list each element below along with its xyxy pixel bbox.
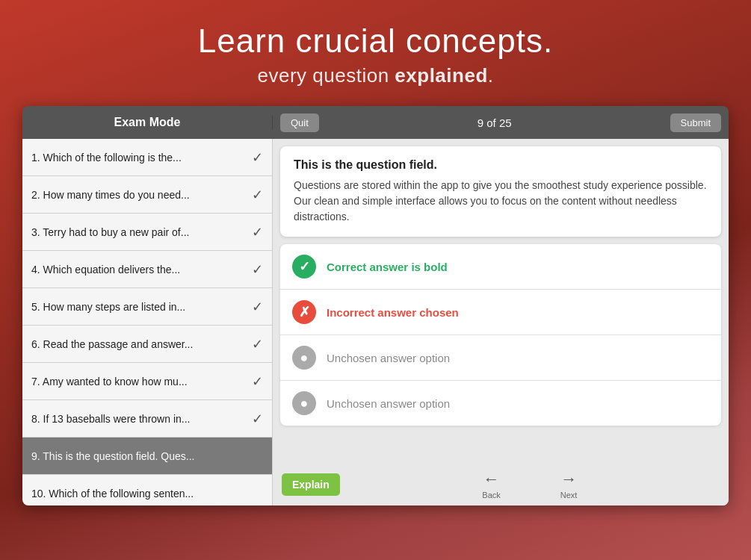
unchosen-answer-text-3: Unchosen answer option bbox=[327, 397, 450, 410]
quit-button[interactable]: Quit bbox=[280, 113, 319, 132]
sidebar-item-2[interactable]: 2. How many times do you need...✓ bbox=[22, 176, 272, 214]
answer-option-0[interactable]: ✓Correct answer is bold bbox=[280, 244, 721, 290]
sidebar-item-6[interactable]: 6. Read the passage and answer...✓ bbox=[22, 326, 272, 363]
answer-option-2[interactable]: ●Unchosen answer option bbox=[280, 335, 721, 381]
header-subtitle-suffix: . bbox=[488, 64, 494, 87]
question-body: Questions are stored within the app to g… bbox=[294, 178, 708, 225]
header-title: Learn crucial concepts. bbox=[15, 22, 736, 60]
sidebar: 1. Which of the following is the...✓2. H… bbox=[22, 139, 273, 505]
sidebar-item-7[interactable]: 7. Amy wanted to know how mu...✓ bbox=[22, 363, 272, 400]
question-card: This is the question field. Questions ar… bbox=[280, 146, 721, 237]
check-icon-2: ✓ bbox=[252, 187, 263, 203]
check-icon-1: ✓ bbox=[252, 149, 263, 166]
answer-option-3[interactable]: ●Unchosen answer option bbox=[280, 381, 721, 426]
back-arrow-icon: ← bbox=[483, 470, 500, 489]
main-content: 1. Which of the following is the...✓2. H… bbox=[22, 139, 729, 505]
unchosen-icon-3: ● bbox=[292, 391, 316, 415]
top-bar-right: Quit 9 of 25 Submit bbox=[273, 113, 729, 132]
next-button[interactable]: → Next bbox=[560, 470, 578, 500]
sidebar-item-8[interactable]: 8. If 13 baseballs were thrown in...✓ bbox=[22, 400, 272, 438]
sidebar-item-text-8: 8. If 13 baseballs were thrown in... bbox=[31, 413, 247, 425]
answers-area: ✓Correct answer is bold✗Incorrect answer… bbox=[280, 244, 721, 426]
app-container: Exam Mode Quit 9 of 25 Submit 1. Which o… bbox=[22, 106, 729, 505]
bottom-bar: Explain ← Back → Next bbox=[273, 464, 729, 505]
answer-option-1[interactable]: ✗Incorrect answer chosen bbox=[280, 290, 721, 335]
unchosen-answer-text-2: Unchosen answer option bbox=[327, 352, 450, 364]
sidebar-item-text-6: 6. Read the passage and answer... bbox=[31, 338, 247, 350]
progress-text: 9 of 25 bbox=[319, 116, 670, 129]
next-label: Next bbox=[560, 491, 578, 500]
check-icon-6: ✓ bbox=[252, 336, 263, 352]
check-icon-4: ✓ bbox=[252, 261, 263, 278]
unchosen-icon-2: ● bbox=[292, 346, 316, 370]
header: Learn crucial concepts. every question e… bbox=[0, 0, 751, 106]
sidebar-header: Exam Mode bbox=[22, 116, 273, 129]
back-button[interactable]: ← Back bbox=[482, 470, 500, 500]
header-subtitle-prefix: every question bbox=[258, 64, 395, 87]
sidebar-item-text-9: 9. This is the question field. Ques... bbox=[31, 450, 263, 462]
header-title-text: Learn crucial concepts. bbox=[198, 22, 553, 59]
exam-mode-label: Exam Mode bbox=[114, 116, 181, 128]
sidebar-item-3[interactable]: 3. Terry had to buy a new pair of...✓ bbox=[22, 214, 272, 251]
check-icon-8: ✓ bbox=[252, 411, 263, 427]
sidebar-item-text-10: 10. Which of the following senten... bbox=[31, 488, 263, 500]
sidebar-item-text-7: 7. Amy wanted to know how mu... bbox=[31, 376, 247, 388]
sidebar-item-text-2: 2. How many times do you need... bbox=[31, 189, 247, 201]
next-arrow-icon: → bbox=[560, 470, 577, 489]
check-icon-7: ✓ bbox=[252, 373, 263, 390]
incorrect-icon-1: ✗ bbox=[292, 300, 316, 324]
sidebar-item-9[interactable]: 9. This is the question field. Ques... bbox=[22, 438, 272, 475]
check-icon-5: ✓ bbox=[252, 299, 263, 315]
right-panel: This is the question field. Questions ar… bbox=[273, 139, 729, 505]
sidebar-item-text-5: 5. How many steps are listed in... bbox=[31, 301, 247, 313]
sidebar-item-text-3: 3. Terry had to buy a new pair of... bbox=[31, 226, 247, 238]
sidebar-item-text-4: 4. Which equation delivers the... bbox=[31, 264, 247, 276]
back-label: Back bbox=[482, 491, 500, 500]
nav-area: ← Back → Next bbox=[340, 470, 720, 500]
sidebar-item-5[interactable]: 5. How many steps are listed in...✓ bbox=[22, 288, 272, 326]
check-icon-3: ✓ bbox=[252, 224, 263, 240]
explain-button[interactable]: Explain bbox=[282, 473, 340, 496]
correct-answer-text-0: Correct answer is bold bbox=[327, 261, 448, 273]
question-title: This is the question field. bbox=[294, 158, 708, 172]
incorrect-answer-text-1: Incorrect answer chosen bbox=[327, 306, 459, 319]
sidebar-item-1[interactable]: 1. Which of the following is the...✓ bbox=[22, 139, 272, 176]
sidebar-item-text-1: 1. Which of the following is the... bbox=[31, 152, 247, 164]
submit-button[interactable]: Submit bbox=[670, 113, 721, 132]
sidebar-item-4[interactable]: 4. Which equation delivers the...✓ bbox=[22, 251, 272, 288]
header-subtitle-bold: explained bbox=[395, 64, 487, 87]
header-subtitle: every question explained. bbox=[15, 64, 736, 87]
correct-icon-0: ✓ bbox=[292, 255, 316, 279]
top-bar: Exam Mode Quit 9 of 25 Submit bbox=[22, 106, 729, 139]
sidebar-item-10[interactable]: 10. Which of the following senten... bbox=[22, 475, 272, 505]
